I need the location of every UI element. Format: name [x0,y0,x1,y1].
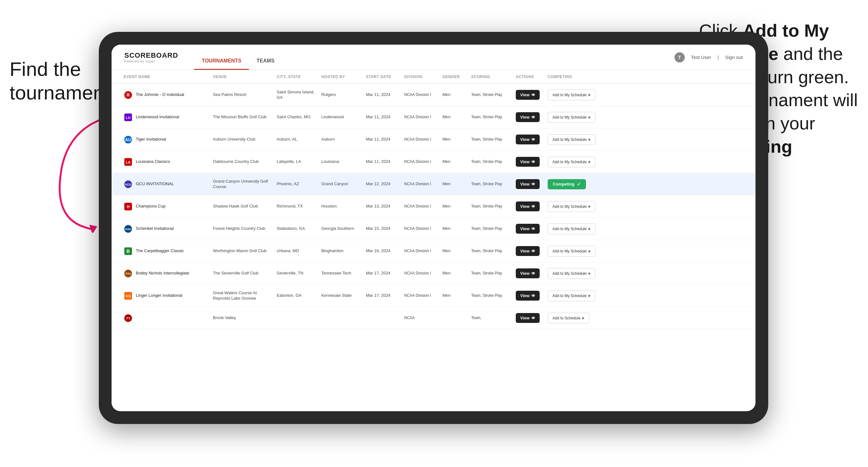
add-label: Add to My Schedule [552,204,587,209]
gender-cell: Men [440,111,469,123]
competing-cell: Add to My Schedule + [545,153,609,170]
competing-button[interactable]: Competing ✓ [548,179,586,189]
team-logo: R [124,91,133,99]
add-to-schedule-button[interactable]: Add to My Schedule + [548,112,595,123]
nav-tab-tournaments[interactable]: TOURNAMENTS [194,44,249,70]
nav-tab-teams[interactable]: TEAMS [249,44,282,70]
eye-icon: 👁 [531,316,535,320]
add-to-schedule-button[interactable]: Add to My Schedule + [548,223,595,234]
division-cell: NCAA Division I [402,268,440,279]
team-logo: LA [124,157,133,166]
svg-text:GSU: GSU [125,227,131,231]
separator: | [717,55,719,60]
scoring-cell: Team, Stroke Play [469,133,513,145]
team-logo: B [124,247,133,256]
add-to-schedule-button[interactable]: Add to My Schedule + [548,134,595,145]
add-to-schedule-button[interactable]: Add to My Schedule + [548,246,595,257]
view-button[interactable]: View 👁 [516,134,540,145]
start-date-cell [363,315,402,321]
competing-cell: Add to My Schedule + [545,109,609,126]
venue-cell: Great Waters Course At Reynolds Lake Oco… [210,287,274,305]
add-label: Add to Schedule [552,316,581,320]
city-cell: Eatonton, GA [274,290,319,302]
event-name-cell: GSU Schenkel Invitational [121,221,210,237]
add-label: Add to My Schedule [552,271,587,276]
city-cell: Phoenix, AZ [274,178,319,190]
scoring-cell: Team, Stroke Play [469,111,513,123]
eye-icon: 👁 [531,93,535,97]
gender-cell: Men [440,178,469,190]
sign-out-link[interactable]: Sign out [725,55,743,60]
hosted-by-cell: Kennesaw State [319,290,363,302]
division-cell: NCAA Division I [402,133,440,145]
view-button[interactable]: View 👁 [516,269,540,278]
logo-text: SCOREBOARD [124,51,178,60]
view-button[interactable]: View 👁 [516,201,540,211]
team-logo: LU [124,113,133,122]
event-name-cell: LU Lindenwood Invitational [121,110,210,125]
add-to-schedule-button[interactable]: Add to My Schedule + [548,290,595,301]
add-to-schedule-button[interactable]: Add to My Schedule + [548,268,595,279]
svg-text:H: H [127,205,130,209]
venue-cell: Worthington Manor Golf Club [210,245,274,257]
tablet-frame: SCOREBOARD Powered by clippi TOURNAMENTS… [99,32,768,424]
start-date-cell: Mar 11, 2024 [363,111,402,123]
th-competing: COMPETING [545,73,609,80]
eye-icon: 👁 [531,227,535,231]
view-button[interactable]: View 👁 [516,90,540,100]
competing-cell: Add to My Schedule + [545,243,609,260]
team-logo: ?? [124,314,133,322]
venue-cell: Sea Palms Resort [210,89,274,101]
gender-cell: Men [440,290,469,302]
add-to-schedule-button[interactable]: Add to My Schedule + [548,90,595,100]
view-button[interactable]: View 👁 [516,291,540,301]
division-cell: NCAA Division I [402,178,440,190]
table-row: LU Lindenwood Invitational The Missouri … [112,106,755,128]
tablet-screen: SCOREBOARD Powered by clippi TOURNAMENTS… [112,44,755,411]
actions-cell: View 👁 [513,310,545,326]
plus-icon: + [588,249,590,254]
event-name-text: Bobby Nichols Intercollegiate [136,271,189,276]
plus-icon: + [582,316,584,321]
table-row: AU Tiger Invitational Auburn University … [112,128,755,151]
venue-cell: Forest Heights Country Club [210,223,274,235]
competing-cell: Add to My Schedule + [545,131,609,148]
view-button[interactable]: View 👁 [516,246,540,256]
view-button[interactable]: View 👁 [516,313,540,323]
th-start-date: START DATE [363,73,402,80]
event-name-cell: ?? [121,310,210,326]
add-to-schedule-button[interactable]: Add to My Schedule + [548,201,595,212]
scoring-cell: Team, [469,312,513,324]
add-to-schedule-button[interactable]: Add to Schedule + [548,313,589,323]
team-logo: AU [124,135,133,144]
gender-cell: Men [440,133,469,145]
division-cell: NCAA Division I [402,111,440,123]
start-date-cell: Mar 11, 2024 [363,133,402,145]
event-name-cell: KS Linger Longer Invitational [121,288,210,304]
th-venue: VENUE [210,73,274,80]
eye-icon: 👁 [531,293,535,298]
hosted-by-cell: Rutgers [319,89,363,101]
actions-cell: View 👁 [513,176,545,192]
eye-icon: 👁 [531,115,535,120]
division-cell: NCAA Division I [402,200,440,212]
view-button[interactable]: View 👁 [516,224,540,234]
view-button[interactable]: View 👁 [516,157,540,167]
gender-cell: Men [440,223,469,235]
team-logo: KS [124,291,133,300]
th-event-name: EVENT NAME [121,73,210,80]
view-button[interactable]: View 👁 [516,112,540,122]
actions-cell: View 👁 [513,109,545,125]
th-division: DIVISION [402,73,440,80]
add-to-schedule-button[interactable]: Add to My Schedule + [548,157,595,167]
plus-icon: + [588,226,590,231]
scoring-cell: Team, Stroke Play [469,89,513,101]
th-scoring: SCORING [469,73,513,80]
team-logo: GCU [124,180,133,189]
view-button[interactable]: View 👁 [516,179,540,189]
competing-cell: Add to My Schedule + [545,265,609,282]
logo-area: SCOREBOARD Powered by clippi [124,51,178,63]
add-label: Add to My Schedule [552,115,587,120]
th-gender: GENDER [440,73,469,80]
user-avatar: T [675,52,685,62]
